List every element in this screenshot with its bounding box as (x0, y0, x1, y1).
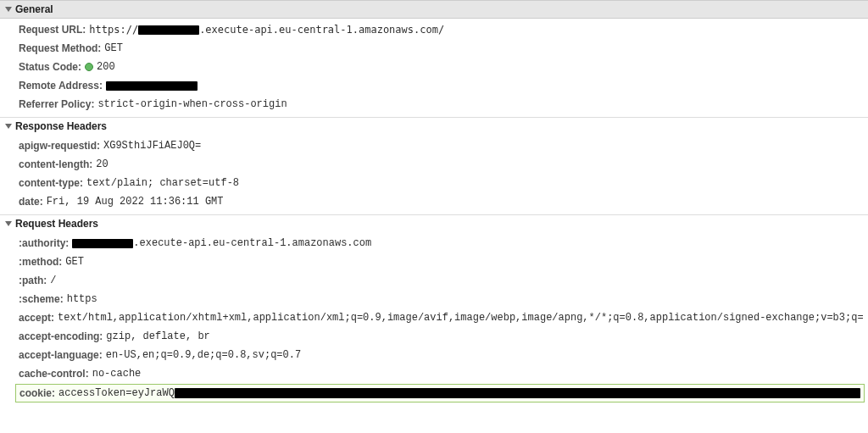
caret-down-icon (5, 124, 12, 129)
redacted-bar-icon (175, 388, 860, 398)
row-path: :path: / (0, 271, 868, 290)
status-code-value: 200 (97, 61, 115, 73)
header-label: apigw-requestid: (19, 140, 100, 152)
section-general-rows: Request URL: https:// .execute-api.eu-ce… (0, 19, 868, 117)
request-url-label: Request URL: (19, 24, 86, 36)
section-request-headers-header[interactable]: Request Headers (0, 214, 868, 232)
row-remote-address: Remote Address: (0, 76, 868, 95)
redacted-bar-icon (106, 81, 198, 91)
section-response-headers-rows: apigw-requestid: XG9SthiJFiAEJ0Q= conten… (0, 135, 868, 214)
section-general-title: General (15, 3, 53, 15)
header-value: Fri, 19 Aug 2022 11:36:11 GMT (47, 196, 224, 208)
header-value: 20 (96, 158, 108, 170)
row-scheme: :scheme: https (0, 290, 868, 308)
row-cookie: cookie: accessToken=eyJraWQ (15, 384, 865, 402)
caret-down-icon (5, 7, 12, 12)
referrer-policy-value: strict-origin-when-cross-origin (97, 98, 287, 110)
method-label: :method: (19, 256, 62, 268)
accept-language-label: accept-language: (19, 349, 103, 361)
section-response-headers-header[interactable]: Response Headers (0, 117, 868, 135)
section-request-headers-title: Request Headers (15, 218, 98, 230)
status-code-label: Status Code: (19, 61, 81, 73)
row-accept-encoding: accept-encoding: gzip, deflate, br (0, 327, 868, 346)
cache-control-value: no-cache (92, 368, 142, 380)
path-value: / (50, 275, 56, 286)
authority-label: :authority: (19, 237, 69, 249)
scheme-value: https (67, 293, 97, 305)
accept-encoding-value: gzip, deflate, br (106, 330, 209, 342)
redacted-bar-icon (72, 239, 133, 248)
accept-encoding-label: accept-encoding: (19, 330, 103, 342)
row-accept-language: accept-language: en-US,en;q=0.9,de;q=0.8… (0, 346, 868, 364)
path-label: :path: (19, 275, 47, 286)
header-row: content-type: text/plain; charset=utf-8 (0, 174, 868, 192)
row-request-method: Request Method: GET (0, 39, 868, 58)
authority-suffix: .execute-api.eu-central-1.amazonaws.com (133, 237, 371, 249)
cookie-label: cookie: (19, 387, 55, 399)
status-dot-icon (85, 63, 93, 71)
row-authority: :authority: .execute-api.eu-central-1.am… (0, 234, 868, 253)
remote-address-label: Remote Address: (19, 80, 103, 92)
cache-control-label: cache-control: (19, 368, 89, 380)
method-value: GET (65, 256, 84, 268)
redacted-bar-icon (138, 25, 199, 35)
header-value: text/plain; charset=utf-8 (86, 177, 239, 189)
accept-language-value: en-US,en;q=0.9,de;q=0.8,sv;q=0.7 (106, 349, 301, 361)
request-url-prefix: https:// (89, 24, 138, 36)
header-row: apigw-requestid: XG9SthiJFiAEJ0Q= (0, 136, 868, 155)
header-label: content-type: (19, 177, 83, 189)
request-url-suffix: .execute-api.eu-central-1.amazonaws.com/ (199, 24, 444, 36)
request-method-label: Request Method: (19, 42, 101, 54)
header-row: date: Fri, 19 Aug 2022 11:36:11 GMT (0, 192, 868, 211)
row-status-code: Status Code: 200 (0, 58, 868, 76)
row-referrer-policy: Referrer Policy: strict-origin-when-cros… (0, 95, 868, 114)
caret-down-icon (5, 221, 12, 226)
section-request-headers-rows: :authority: .execute-api.eu-central-1.am… (0, 232, 868, 407)
row-cache-control: cache-control: no-cache (0, 364, 868, 383)
header-label: date: (19, 196, 43, 208)
referrer-policy-label: Referrer Policy: (19, 98, 94, 110)
cookie-value-prefix: accessToken=eyJraWQ (58, 387, 175, 399)
accept-value: text/html,application/xhtml+xml,applicat… (58, 312, 863, 324)
header-value: XG9SthiJFiAEJ0Q= (103, 140, 201, 152)
scheme-label: :scheme: (19, 293, 64, 305)
header-row: content-length: 20 (0, 155, 868, 174)
row-request-url: Request URL: https:// .execute-api.eu-ce… (0, 20, 868, 39)
row-accept: accept: text/html,application/xhtml+xml,… (0, 308, 868, 327)
section-response-headers-title: Response Headers (15, 120, 107, 132)
section-general-header[interactable]: General (0, 0, 868, 19)
request-method-value: GET (104, 42, 123, 54)
header-label: content-length: (19, 158, 92, 170)
row-method: :method: GET (0, 253, 868, 271)
accept-label: accept: (19, 312, 54, 324)
